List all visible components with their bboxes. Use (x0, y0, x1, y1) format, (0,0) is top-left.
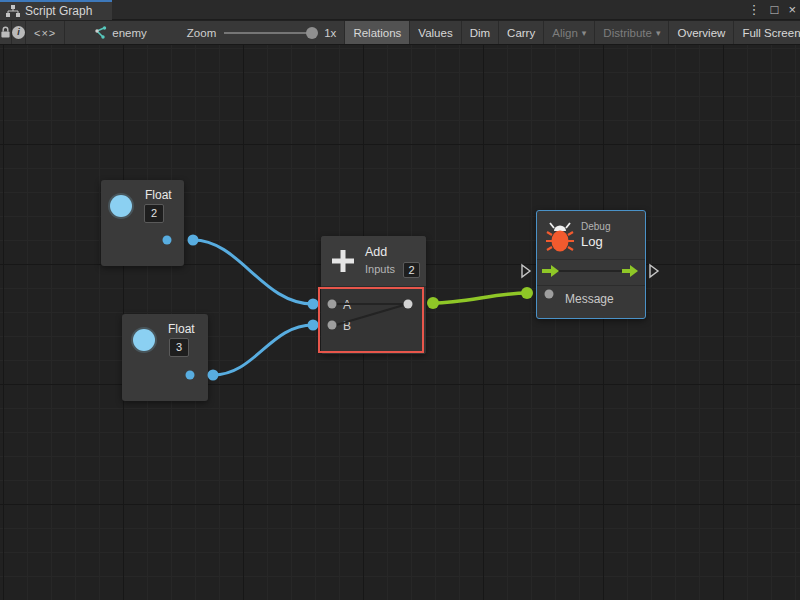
info-icon: i (12, 26, 25, 39)
message-port-row: Message (537, 285, 645, 318)
zoom-label: Zoom (187, 27, 216, 39)
zoom-slider-handle[interactable] (306, 27, 318, 39)
wire-add-to-message[interactable] (433, 293, 527, 303)
node-float-2[interactable]: Float 3 (122, 314, 208, 401)
wire-endpoint (208, 370, 219, 381)
message-port-label: Message (565, 292, 614, 306)
wire-endpoint (308, 320, 319, 331)
script-graph-icon (6, 5, 20, 18)
graph-canvas[interactable]: Float 2 Float 3 Add Inputs 2 A B (0, 45, 800, 600)
info-button[interactable]: i (12, 21, 26, 44)
float-value-field[interactable]: 2 (144, 204, 164, 223)
wire-endpoint (188, 235, 199, 246)
node-title: Float (145, 188, 172, 202)
menu-icon[interactable]: ⋮ (748, 0, 761, 20)
code-icon: <×> (34, 27, 56, 39)
wire-float1-to-a[interactable] (193, 240, 313, 304)
dim-button[interactable]: Dim (461, 21, 498, 44)
lock-button[interactable] (0, 21, 12, 44)
window-controls: ⋮ □ × (748, 0, 796, 20)
node-title: Add (365, 245, 387, 259)
node-add[interactable]: Add Inputs 2 A B (321, 236, 426, 354)
zoom-slider[interactable] (224, 32, 316, 34)
wire-float2-to-b[interactable] (213, 325, 313, 375)
wire-endpoint (427, 297, 439, 309)
zoom-control: Zoom 1x (157, 21, 345, 44)
node-debug-log[interactable]: Debug Log Message (536, 210, 646, 319)
add-node-ports: A B (321, 286, 426, 354)
title-bar: Script Graph ⋮ □ × (0, 0, 800, 20)
node-title: Float (168, 322, 195, 336)
graph-breadcrumb[interactable]: enemy (65, 21, 157, 44)
lock-icon (0, 26, 11, 39)
graph-name: enemy (112, 27, 147, 39)
port-a-label: A (343, 298, 351, 312)
overview-button[interactable]: Overview (668, 21, 733, 44)
control-output-triangle[interactable] (650, 265, 658, 277)
float-value-icon (133, 329, 155, 351)
tab-script-graph[interactable]: Script Graph (0, 0, 112, 20)
graph-toolbar: i <×> enemy Zoom 1x Relations Values Dim (0, 21, 800, 45)
graph-asset-icon (93, 26, 107, 39)
distribute-button[interactable]: Distribute ▾ (594, 21, 668, 44)
chevron-down-icon: ▾ (582, 28, 587, 38)
node-category: Debug (581, 221, 610, 232)
port-b-label: B (343, 319, 351, 333)
tab-title: Script Graph (25, 4, 92, 18)
control-input-triangle[interactable] (522, 265, 530, 277)
float-value-icon (110, 195, 132, 217)
script-graph-window: Script Graph ⋮ □ × i <×> (0, 0, 800, 600)
node-float-1[interactable]: Float 2 (101, 180, 184, 266)
flow-ports-row (537, 259, 645, 285)
add-node-header: Add Inputs 2 (321, 236, 426, 286)
inputs-label: Inputs (365, 263, 395, 275)
relations-button[interactable]: Relations (344, 21, 409, 44)
inputs-count-field[interactable]: 2 (403, 262, 420, 278)
code-preview-button[interactable]: <×> (26, 21, 65, 44)
maximize-icon[interactable]: □ (771, 0, 779, 20)
values-button[interactable]: Values (409, 21, 460, 44)
fullscreen-button[interactable]: Full Screen (733, 21, 800, 44)
node-title: Log (581, 234, 603, 249)
bug-icon (546, 222, 574, 254)
toolbar-buttons: Relations Values Dim Carry Align ▾ Distr… (344, 21, 800, 44)
float-value-field[interactable]: 3 (169, 338, 189, 357)
wire-endpoint (521, 287, 533, 299)
align-button[interactable]: Align ▾ (543, 21, 594, 44)
zoom-value: 1x (324, 27, 336, 39)
close-icon[interactable]: × (788, 0, 796, 20)
carry-button[interactable]: Carry (498, 21, 543, 44)
chevron-down-icon: ▾ (656, 28, 661, 38)
plus-icon (329, 247, 357, 275)
wire-endpoint (308, 299, 319, 310)
